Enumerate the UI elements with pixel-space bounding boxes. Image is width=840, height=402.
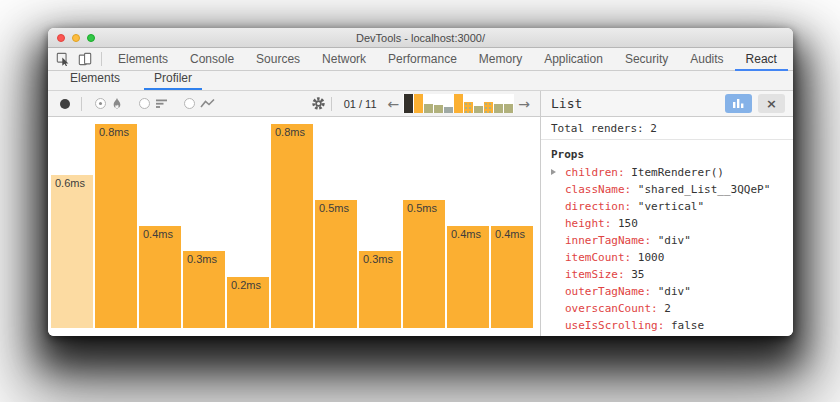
- prop-key: useIsScrolling:: [565, 319, 671, 332]
- minimap-bar-11[interactable]: [504, 104, 513, 113]
- prop-key: overscanCount:: [565, 302, 664, 315]
- inspect-element-icon[interactable]: [56, 52, 70, 66]
- prop-row-itemSize: itemSize: 35: [541, 266, 793, 283]
- render-bar-label: 0.4ms: [451, 228, 481, 240]
- desktop-background: DevTools - localhost:3000/ ElementsConso…: [0, 0, 840, 402]
- render-bar-label: 0.3ms: [363, 253, 393, 265]
- view-flamegraph-option[interactable]: [95, 97, 123, 110]
- traffic-lights: [57, 34, 95, 42]
- devtools-window: DevTools - localhost:3000/ ElementsConso…: [48, 28, 793, 336]
- prop-value: 150: [618, 217, 638, 230]
- prop-row-useIsScrolling: useIsScrolling: false: [541, 317, 793, 334]
- render-bar-3[interactable]: 0.4ms: [139, 226, 181, 328]
- prop-key: itemSize:: [565, 268, 631, 281]
- prop-row-itemCount: itemCount: 1000: [541, 249, 793, 266]
- window-titlebar: DevTools - localhost:3000/: [48, 28, 793, 48]
- prop-row-overscanCount: overscanCount: 2: [541, 300, 793, 317]
- render-bar-label: 0.4ms: [495, 228, 525, 240]
- prev-snapshot-arrow[interactable]: ←: [384, 96, 404, 112]
- prop-key: outerTagName:: [565, 285, 658, 298]
- flamegraph-chart: 0.6ms0.8ms0.4ms0.3ms0.2ms0.8ms0.5ms0.3ms…: [48, 117, 540, 336]
- profiler-settings-icon[interactable]: [311, 96, 326, 111]
- record-button[interactable]: [60, 99, 70, 109]
- prop-key: className:: [565, 183, 638, 196]
- ranked-radio[interactable]: [139, 98, 150, 109]
- prop-value: "shared_List__3QQeP": [638, 183, 770, 196]
- prop-key: height:: [565, 217, 618, 230]
- interactions-chart-icon: [200, 98, 215, 109]
- window-title: DevTools - localhost:3000/: [356, 32, 485, 44]
- render-bar-4[interactable]: 0.3ms: [183, 251, 225, 328]
- close-window-button[interactable]: [57, 34, 65, 42]
- toolbar-separator: [101, 52, 102, 66]
- prop-key: direction:: [565, 200, 638, 213]
- prop-value: 1000: [638, 251, 665, 264]
- next-snapshot-arrow[interactable]: →: [514, 96, 534, 112]
- render-bar-label: 0.6ms: [55, 177, 85, 189]
- prop-value: ItemRenderer(): [631, 166, 724, 179]
- prop-value: 35: [631, 268, 644, 281]
- flamegraph-radio[interactable]: [95, 98, 106, 109]
- minimap-bar-5[interactable]: [444, 107, 453, 113]
- tab-memory[interactable]: Memory: [468, 48, 533, 71]
- device-toolbar-icon[interactable]: [78, 52, 92, 66]
- view-renders-button[interactable]: [725, 94, 752, 113]
- tab-console[interactable]: Console: [179, 48, 245, 71]
- minimap-bar-3[interactable]: [424, 104, 433, 113]
- tab-performance[interactable]: Performance: [377, 48, 468, 71]
- flame-icon: [111, 97, 123, 110]
- snapshot-minimap: [403, 94, 514, 113]
- render-bar-10[interactable]: 0.4ms: [447, 226, 489, 328]
- component-panel-header: List ×: [541, 91, 793, 117]
- interactions-radio[interactable]: [184, 98, 195, 109]
- zoom-window-button[interactable]: [87, 34, 95, 42]
- bar-chart-icon: [732, 98, 745, 109]
- close-panel-button[interactable]: ×: [758, 94, 785, 113]
- render-bar-8[interactable]: 0.3ms: [359, 251, 401, 328]
- tab-sources[interactable]: Sources: [245, 48, 311, 71]
- prop-row-children: children: ItemRenderer(): [541, 164, 793, 181]
- render-bar-label: 0.4ms: [143, 228, 173, 240]
- prop-row-outerTagName: outerTagName: "div": [541, 283, 793, 300]
- tab-react[interactable]: React: [735, 48, 788, 71]
- tab-application[interactable]: Application: [533, 48, 614, 71]
- minimap-bar-9[interactable]: [484, 102, 493, 113]
- minimap-bar-4[interactable]: [434, 105, 443, 113]
- render-bar-1[interactable]: 0.6ms: [51, 175, 93, 328]
- render-bar-label: 0.5ms: [319, 202, 349, 214]
- tab-elements[interactable]: Elements: [107, 48, 179, 71]
- subtab-elements[interactable]: Elements: [60, 69, 130, 90]
- view-ranked-option[interactable]: [139, 98, 168, 109]
- tab-network[interactable]: Network: [311, 48, 377, 71]
- render-bar-7[interactable]: 0.5ms: [315, 200, 357, 328]
- view-interactions-option[interactable]: [184, 98, 215, 109]
- prop-row-direction: direction: "vertical": [541, 198, 793, 215]
- minimap-bar-2[interactable]: [414, 94, 423, 113]
- expand-arrow-icon[interactable]: [551, 169, 556, 175]
- prop-value: "vertical": [638, 200, 704, 213]
- tab-security[interactable]: Security: [614, 48, 679, 71]
- render-bar-9[interactable]: 0.5ms: [403, 200, 445, 328]
- minimap-bar-6[interactable]: [454, 94, 463, 113]
- ranked-chart-icon: [155, 98, 168, 109]
- minimap-bar-8[interactable]: [474, 106, 483, 113]
- minimap-bar-1[interactable]: [404, 94, 413, 113]
- render-bar-label: 0.5ms: [407, 202, 437, 214]
- render-bar-5[interactable]: 0.2ms: [227, 277, 269, 328]
- render-bar-2[interactable]: 0.8ms: [95, 124, 137, 328]
- minimap-bar-10[interactable]: [494, 104, 503, 113]
- tab-audits[interactable]: Audits: [679, 48, 734, 71]
- render-bar-11[interactable]: 0.4ms: [491, 226, 533, 328]
- prop-value: "div": [658, 234, 691, 247]
- snapshot-counter: 01 / 11: [344, 98, 377, 110]
- prop-key: children:: [565, 166, 631, 179]
- render-bar-6[interactable]: 0.8ms: [271, 124, 313, 328]
- minimize-window-button[interactable]: [72, 34, 80, 42]
- prop-value: false: [671, 319, 704, 332]
- render-bar-label: 0.8ms: [275, 126, 305, 138]
- minimap-bar-7[interactable]: [464, 102, 473, 113]
- prop-row-innerTagName: innerTagName: "div": [541, 232, 793, 249]
- profiler-toolbar: 01 / 11 ← →: [48, 91, 540, 117]
- subtab-profiler[interactable]: Profiler: [144, 69, 202, 90]
- prop-key: itemCount:: [565, 251, 638, 264]
